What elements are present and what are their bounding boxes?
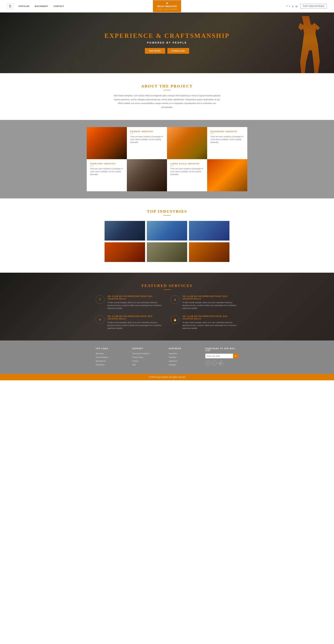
footer: TOP LINKS Machinery Instrumentation Mech… (0, 340, 334, 374)
footer-link-machinery[interactable]: Machinery (96, 352, 104, 354)
top-industries-button[interactable]: TOP INDUSTRIES (300, 4, 327, 8)
service-item-4: 🔥 VEL ILLUM QUI DOLOREM EUM FUGIAT QUO V… (170, 315, 238, 330)
social-twitter[interactable]: t (290, 5, 290, 8)
service-content-2: VEL ILLUM QUI DOLOREM EUM FUGIAT QUO VOL… (182, 295, 238, 310)
service-content-4: VEL ILLUM QUI DOLOREM EUM FUGIAT QUO VOL… (182, 315, 238, 330)
nav-link-popular[interactable]: POPULAR (18, 5, 30, 7)
top-industry-item-6[interactable] (189, 242, 230, 262)
industry-grid: PRIMARY INDUSTRY There are many variatio… (87, 127, 247, 191)
footer-link-protections[interactable]: Protections (96, 364, 104, 366)
hero-buttons: SEE MORE DOWNLOAD (104, 48, 230, 54)
email-submit-button[interactable]: ➤ (233, 354, 238, 358)
service-icon-4: 🔥 (170, 315, 180, 324)
hamburger-icon[interactable]: ☰ (7, 4, 13, 9)
top-industry-item-2[interactable] (147, 221, 187, 240)
service-item-1: ⏱ VEL ILLUM QUI DOLOREM EUM FUGIAT QUO V… (96, 295, 164, 310)
hero-section: EXPERIENCE & CRAFTSMANSHIP POWERED BY PE… (0, 12, 334, 73)
top-industries-divider (164, 215, 170, 216)
navbar: ☰ POPULAR MACHINERY CONTACT ⚙ HEAVY INDU… (0, 0, 334, 12)
download-button[interactable]: DOWNLOAD (167, 48, 189, 54)
service-desc-4: To take a trivial example, which of us e… (182, 321, 238, 330)
orange-machine-image (207, 159, 247, 191)
footer-col1-title: TOP LINKS (96, 348, 129, 350)
hero-subheading: POWERED BY PEOPLE (104, 41, 230, 44)
service-content-3: VEL ILLUM QUI DOLOREM EUM FUGIAT QUO VOL… (108, 315, 164, 330)
footer-social-google[interactable]: g+ (218, 360, 223, 366)
footer-link-faq[interactable]: FAQ (132, 364, 136, 366)
nav-link-contact[interactable]: CONTACT (54, 5, 64, 7)
nav-right: f t p g+ TOP INDUSTRIES (286, 4, 327, 8)
footer-link-contact[interactable]: Contact (132, 360, 138, 362)
industry-image-orange-machine (207, 159, 247, 191)
hero-heading: EXPERIENCE & CRAFTSMANSHIP (104, 32, 230, 40)
see-more-button[interactable]: SEE MORE (145, 48, 165, 54)
title-divider (164, 90, 170, 90)
footer-social-twitter[interactable]: t (212, 360, 217, 366)
service-title-1: VEL ILLUM QUI DOLOREM EUM FUGIAT QUO VOL… (108, 295, 164, 300)
footer-bottom: © 2019 Heavy Industry. All rights reserv… (0, 374, 334, 380)
footer-social-facebook[interactable]: f (205, 360, 210, 366)
footer-social-icons: f t g+ (205, 360, 238, 366)
service-item-2: ★ VEL ILLUM QUI DOLOREM EUM FUGIAT QUO V… (170, 295, 238, 310)
footer-col4-title: SUBSCRIBE TO OUR MAIL LIST (205, 348, 238, 352)
hero-content: EXPERIENCE & CRAFTSMANSHIP POWERED BY PE… (104, 32, 230, 54)
top-industry-image-3 (189, 221, 230, 240)
email-input[interactable] (205, 354, 233, 358)
large-divider (170, 166, 174, 166)
service-desc-3: To take a trivial example, which of us e… (108, 321, 164, 330)
service-icon-1: ⏱ (96, 295, 104, 304)
top-industry-item-5[interactable] (147, 242, 187, 262)
service-item-3: ⚙ VEL ILLUM QUI DOLOREM EUM FUGIAT QUO V… (96, 315, 164, 330)
welder-image (87, 127, 127, 159)
services-grid: ⏱ VEL ILLUM QUI DOLOREM EUM FUGIAT QUO V… (96, 295, 238, 330)
nav-link-machinery[interactable]: MACHINERY (35, 5, 48, 7)
footer-col3-list: Asperiores DolorBus Asperiores DolorBus (169, 352, 202, 367)
industry-image-drilling (127, 159, 167, 191)
top-industry-image-4 (104, 242, 145, 262)
about-section: ABOUT THE PROJECT Nam libero tempore, cu… (0, 73, 334, 120)
footer-col3-title: PARTNERS (169, 348, 202, 350)
social-google[interactable]: g+ (296, 5, 298, 8)
footer-link-partner2[interactable]: DolorBus (169, 356, 176, 358)
about-body: Nam libero tempore, cum soluta nobis est… (114, 94, 220, 109)
large-industry-title: LARGE SCALE INDUSTRY (170, 163, 204, 165)
footer-link-partner3[interactable]: Asperiores (169, 360, 177, 362)
services-section: FEATURED SERVICES ⏱ VEL ILLUM QUI DOLORE… (0, 273, 334, 340)
secondary-industry-title: SECONDARY INDUSTRY (210, 130, 244, 132)
social-facebook[interactable]: f (286, 5, 287, 8)
service-content-1: VEL ILLUM QUI DOLOREM EUM FUGIAT QUO VOL… (108, 295, 164, 310)
nav-left: ☰ POPULAR MACHINERY CONTACT (7, 4, 64, 9)
social-pinterest[interactable]: p (292, 5, 293, 8)
top-industry-item-3[interactable] (189, 221, 230, 240)
top-industries-title: TOP INDUSTRIES (7, 209, 327, 214)
service-title-3: VEL ILLUM QUI DOLOREM EUM FUGIAT QUO VOL… (108, 315, 164, 320)
industry-large: LARGE SCALE INDUSTRY There are many vari… (167, 159, 207, 191)
industry-image-worker-chain (167, 127, 207, 159)
footer-link-terms[interactable]: Terms And Conditions (132, 352, 150, 354)
footer-col-2: SUPPORT Terms And Conditions Privacy Pol… (132, 348, 165, 367)
service-title-2: VEL ILLUM QUI DOLOREM EUM FUGIAT QUO VOL… (182, 295, 238, 300)
territory-industry-desc: There are many variations of passages of… (90, 168, 124, 176)
industry-image-welder (87, 127, 127, 159)
footer-link-partner1[interactable]: Asperiores (169, 352, 177, 354)
service-icon-2: ★ (170, 295, 180, 304)
footer-link-partner4[interactable]: DolorBus (169, 364, 176, 366)
footer-link-instrumentation[interactable]: Instrumentation (96, 356, 108, 358)
top-industry-item-4[interactable] (104, 242, 145, 262)
top-industry-item-1[interactable] (104, 221, 145, 240)
footer-col-1: TOP LINKS Machinery Instrumentation Mech… (96, 348, 129, 367)
footer-col2-list: Terms And Conditions Privacy Policy Cont… (132, 352, 165, 367)
footer-link-privacy[interactable]: Privacy Policy (132, 356, 143, 358)
top-industries-grid (104, 221, 230, 262)
services-divider (164, 290, 170, 290)
top-industries-section: TOP INDUSTRIES (0, 198, 334, 273)
email-subscribe-form: ➤ (205, 354, 238, 358)
top-industry-image-2 (147, 221, 187, 240)
industry-section: PRIMARY INDUSTRY There are many variatio… (0, 120, 334, 198)
footer-col-4: SUBSCRIBE TO OUR MAIL LIST ➤ f t g+ (205, 348, 238, 367)
footer-link-mechanisms[interactable]: Mechanisms (96, 360, 106, 362)
footer-col1-list: Machinery Instrumentation Mechanisms Pro… (96, 352, 129, 367)
industry-secondary: SECONDARY INDUSTRY There are many variat… (207, 127, 247, 159)
site-logo[interactable]: ⚙ HEAVY INDUSTRY A SMALL SCALE PROJECT (153, 0, 181, 12)
top-industry-image-5 (147, 242, 187, 262)
